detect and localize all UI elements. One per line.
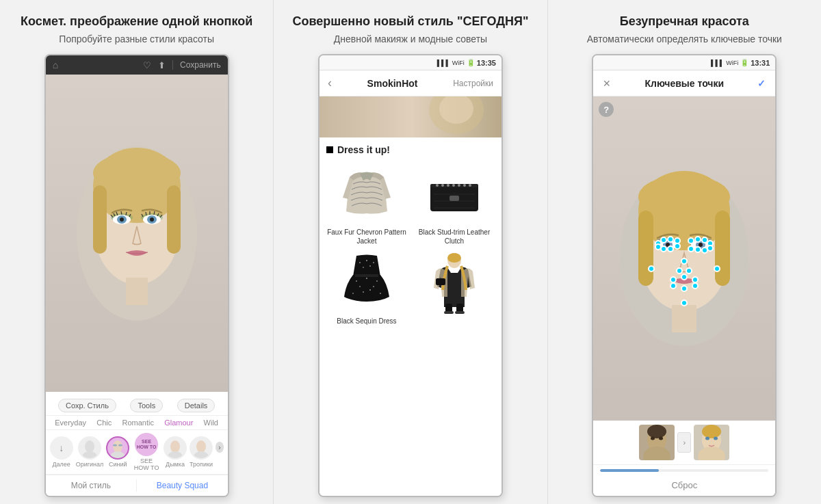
svg-point-104	[681, 286, 687, 291]
phone2-statusbar: ▌▌▌ WiFi 🔋 13:35	[320, 55, 501, 70]
phone3-statusbar: ▌▌▌ WiFi 🔋 13:31	[593, 55, 775, 70]
svg-point-87	[661, 246, 666, 252]
mini-face-2[interactable]	[694, 425, 729, 460]
svg-point-99	[686, 268, 692, 274]
tab-glamour[interactable]: Glamour	[164, 419, 193, 427]
phone1-bottom-controls: Сохр. Стиль Tools Details Everyday Chic …	[46, 392, 228, 496]
svg-point-31	[436, 184, 439, 187]
check-button[interactable]: ✓	[757, 78, 766, 89]
svg-rect-58	[355, 274, 378, 277]
signal-icon-3: ▌▌▌	[711, 59, 724, 66]
panel-1: Космет. преображение одной кнопкой Попро…	[0, 0, 273, 504]
svg-point-89	[688, 238, 694, 243]
tab-my-style[interactable]: Мой стиль	[46, 475, 137, 496]
status-icons-3: ▌▌▌ WiFi 🔋 13:31	[711, 59, 770, 67]
tab-wild[interactable]: Wild	[204, 419, 218, 427]
svg-point-106	[681, 300, 687, 306]
right-arrow-icon[interactable]: ›	[216, 442, 224, 453]
share-icon[interactable]: ⬆	[158, 60, 166, 70]
details-button[interactable]: Details	[177, 399, 216, 412]
svg-rect-42	[359, 256, 363, 266]
svg-point-44	[359, 262, 361, 263]
svg-point-82	[661, 237, 666, 243]
thumbnail-row: ↓ Далее Оригинал	[46, 430, 228, 475]
svg-point-53	[373, 286, 374, 287]
panel-2: Совершенно новый стиль "СЕГОДНЯ" Дневной…	[273, 0, 547, 504]
outfit-image	[420, 252, 488, 314]
phone2-content: Dress it up!	[320, 137, 501, 496]
close-button[interactable]: ✕	[603, 78, 611, 89]
time-display: 13:35	[477, 59, 496, 67]
svg-point-16	[82, 451, 97, 458]
product-dress[interactable]: Black Sequin Dress	[326, 252, 407, 326]
phone3-topbar: ✕ Ключевые точки ✓	[593, 70, 775, 96]
screen-title: SmokinHot	[367, 78, 418, 89]
product-clutch[interactable]: Black Stud-trim Leather Clutch	[414, 163, 495, 246]
svg-point-118	[714, 437, 718, 440]
section-title: Dress it up!	[326, 144, 495, 155]
save-label[interactable]: Сохранить	[180, 60, 221, 70]
svg-point-35	[458, 184, 460, 187]
settings-label[interactable]: Настройки	[453, 79, 493, 88]
tab-chic[interactable]: Chic	[96, 419, 112, 427]
svg-point-25	[194, 451, 209, 458]
svg-point-17	[113, 440, 122, 453]
svg-rect-6	[126, 278, 148, 305]
svg-point-24	[196, 440, 206, 453]
svg-point-55	[369, 289, 371, 291]
mini-arrow-button[interactable]: ›	[677, 432, 691, 453]
mini-face-1[interactable]	[639, 425, 675, 460]
svg-point-34	[452, 184, 455, 187]
svg-rect-3	[93, 185, 107, 254]
wifi-icon: WiFi	[452, 59, 465, 66]
svg-rect-4	[167, 185, 181, 254]
svg-point-15	[85, 440, 94, 453]
svg-point-117	[705, 437, 709, 440]
svg-point-95	[695, 247, 701, 252]
phone3-bottom: ›	[593, 421, 775, 496]
svg-point-32	[441, 184, 444, 187]
save-style-button[interactable]: Сохр. Стиль	[58, 399, 116, 412]
svg-point-19	[113, 445, 117, 447]
svg-point-13	[120, 217, 124, 222]
svg-point-45	[366, 260, 367, 261]
home-icon[interactable]: ⌂	[53, 59, 58, 70]
tab-romantic[interactable]: Romantic	[122, 419, 154, 427]
tab-beauty-squad[interactable]: Beauty Squad	[137, 475, 228, 496]
svg-point-105	[670, 283, 676, 289]
thumb-dymka[interactable]: Дымка	[164, 436, 187, 468]
tools-button[interactable]: Tools	[130, 399, 163, 412]
back-button[interactable]: ‹	[328, 76, 332, 90]
heart-icon[interactable]: ♡	[143, 60, 151, 70]
thumb-blue[interactable]: Синий	[106, 436, 129, 468]
time-display-3: 13:31	[751, 59, 770, 67]
product-jacket[interactable]: Faux Fur Chevron Pattern Jacket	[326, 163, 407, 246]
thumb-original[interactable]: Оригинал	[76, 436, 104, 468]
phone2-topbar: ‹ SmokinHot Настройки	[320, 70, 501, 96]
svg-point-51	[376, 280, 378, 282]
jacket-image	[333, 163, 401, 225]
tab-everyday[interactable]: Everyday	[55, 419, 86, 427]
phone1-buttons-row: Сохр. Стиль Tools Details	[46, 396, 228, 416]
svg-point-5	[93, 152, 181, 194]
svg-point-21	[110, 451, 125, 458]
thumb-next[interactable]: ↓ Далее	[50, 436, 73, 468]
svg-rect-69	[638, 211, 653, 286]
svg-point-60	[447, 253, 461, 263]
keypoints-title: Ключевые точки	[644, 78, 724, 89]
svg-rect-61	[436, 278, 445, 285]
svg-point-23	[168, 451, 183, 458]
style-tabs: Everyday Chic Romantic Glamour Wild	[46, 416, 228, 430]
thumb-tropics[interactable]: Тропики	[190, 436, 213, 468]
reset-label[interactable]: Сброс	[671, 476, 697, 496]
svg-point-80	[699, 243, 703, 247]
product-outfit[interactable]	[414, 252, 495, 326]
svg-point-98	[677, 268, 682, 274]
svg-point-83	[668, 237, 673, 242]
panel-2-title: Совершенно новый стиль "СЕГОДНЯ"	[293, 14, 529, 29]
panel-2-subtitle: Дневной макияж и модные советы	[334, 34, 487, 44]
question-icon[interactable]: ?	[599, 102, 614, 117]
status-icons: ▌▌▌ WiFi 🔋 13:35	[437, 59, 496, 67]
battery-icon: 🔋	[467, 59, 475, 66]
thumb-see-how[interactable]: SEE HOW TO SEE HOW TO	[132, 433, 161, 471]
